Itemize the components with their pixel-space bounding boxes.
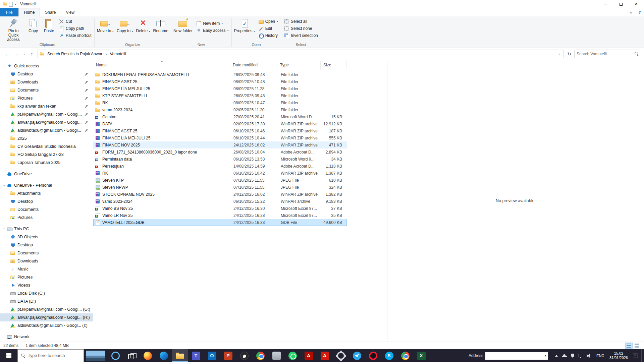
qat-customize-chevron[interactable]: ▾ [15,3,16,6]
cortana-icon[interactable] [107,349,123,362]
up-button[interactable]: ↑ [28,50,36,58]
address-field[interactable]: Search Results in Pajak Anwar›Vamotelli … [38,50,564,58]
address-toolbar-chevron[interactable]: ▾ [543,352,548,360]
column-header-type[interactable]: Type [277,61,321,69]
column-header-size[interactable]: Size [321,61,347,69]
file-row-finance-lia-mei-juli-25[interactable]: FINANCE LIA MEI JULI 2508/09/2025 11.28F… [93,85,347,92]
sidebar-item-network[interactable]: Network [0,333,93,341]
recent-locations-chevron[interactable]: ▾ [21,50,27,58]
teams-icon[interactable] [188,349,204,362]
help-button[interactable]: ? [635,8,644,16]
sidebar-item-anwar-pajak-gmail-com-googl-h[interactable]: anwar.pajak@gmail.com - Googl... (H:) [0,313,93,321]
back-button[interactable]: ← [3,50,11,58]
sidebar-item-aldiswbtax6-gmail-com-googl-i[interactable]: aldiswbtax6@gmail.com - Googl... (I:) [0,321,93,329]
breadcrumb-segment-search-results-in-pajak-anwar[interactable]: Search Results in Pajak Anwar [45,50,105,58]
address-toolbar-input[interactable] [485,353,543,358]
excel-icon[interactable] [413,349,429,362]
display-tray-icon[interactable] [578,353,584,359]
explorer-search-box[interactable] [574,50,641,58]
taskbar-clock[interactable]: 15.02 31/01/2026 [608,351,629,360]
properties-button[interactable]: Properties ▾ [233,17,256,34]
sidebar-item-pt-kkpanwar-gmail-com-googl[interactable]: pt.kkpanwar@gmail.com - Googl... [0,110,93,118]
hidden-icons-chevron[interactable] [553,353,559,359]
easy-access-button[interactable]: Easy access▾ [194,27,230,34]
generic-app-icon[interactable] [268,349,284,362]
paste-shortcut-button[interactable]: Paste shortcut [57,32,93,39]
quick-access-toolbar-icon[interactable] [8,1,13,7]
copy-to-button[interactable]: Copy to ▾ [115,17,135,34]
file-row-finance-lia-mei-juli-25[interactable]: FINANCE LIA MEI-JULI 2506/10/2025 10.44W… [93,134,347,141]
select-all-button[interactable]: Select all [282,18,320,25]
paste-button[interactable]: Paste [41,17,57,33]
address-toolbar[interactable]: ▾ [485,352,548,360]
sidebar-item-documents[interactable]: Documents [0,205,93,214]
sidebar-item-music[interactable]: Music [0,265,93,273]
new-folder-button[interactable]: New folder [172,17,194,33]
expander-icon[interactable]: › [2,227,6,231]
sidebar-item-3d-objects[interactable]: 3D Objects [0,233,93,241]
details-view-button[interactable] [625,343,633,349]
cut-button[interactable]: Cut [57,18,93,25]
skype-icon[interactable] [381,349,397,362]
delete-button[interactable]: Delete ▾ [135,17,151,34]
opera-icon[interactable] [365,349,381,362]
file-row-vamotelli-2025-gdb[interactable]: VAMOTELLI 2025.GDB24/12/2025 16.33GDB Fi… [93,219,347,226]
sidebar-item-quick-access[interactable]: ›Quick access [0,62,93,70]
sidebar-item-documents[interactable]: Documents [0,249,93,257]
tab-share[interactable]: Share [40,8,61,16]
sidebar-item-aldiswbtax6-gmail-com-googl[interactable]: aldiswbtax6@gmail.com - Googl... [0,126,93,134]
sidebar-item-cv-greavitasi-studio-indonesia[interactable]: CV Greavitasi Studio Indonesia [0,142,93,150]
tab-view[interactable]: View [61,8,79,16]
minimize-button[interactable] [598,0,613,8]
tab-file[interactable]: File [0,8,18,16]
show-desktop-button[interactable] [641,349,643,362]
file-explorer-icon[interactable] [172,349,188,362]
chrome-profile-icon[interactable] [397,349,413,362]
sidebar-item-data-d[interactable]: DATA (D:) [0,297,93,305]
file-row-rk[interactable]: RK06/10/2025 10.42WinRAR ZIP archive1.38… [93,170,347,177]
sidebar-item-this-pc[interactable]: ›This PC [0,225,93,233]
expander-icon[interactable]: › [2,64,6,68]
volume-tray-icon[interactable] [586,353,592,359]
maximize-button[interactable] [613,0,629,8]
firefox-icon[interactable] [140,349,156,362]
sidebar-item-downloads[interactable]: Downloads [0,78,93,86]
file-row-data[interactable]: DATA02/09/2025 17.30WinRAR ZIP archive12… [93,120,347,127]
file-row-steven-npwp[interactable]: Steven NPWP07/10/2025 11.55JPEG File324 … [93,184,347,191]
file-row-finance-agst-25[interactable]: FINANCE AGST 2508/09/2025 10.48File fold… [93,78,347,85]
chrome-icon[interactable] [252,349,268,362]
sidebar-item-videos[interactable]: Videos [0,281,93,289]
file-row-finance-agst-25[interactable]: FINANCE AGST 2506/10/2025 10.46WinRAR ZI… [93,127,347,134]
file-row-vamo-2023-2024[interactable]: vamo 2023-202402/05/2025 11.20File folde… [93,106,347,113]
thumbnails-view-button[interactable] [633,343,641,349]
refresh-button[interactable]: ↻ [565,50,574,58]
file-row-dokumen-legal-perusahaan-vamotelli[interactable]: DOKUMEN LEGAL PERUSAHAAN VAMOTELLI26/08/… [93,71,347,78]
settings-icon[interactable] [333,349,349,362]
close-button[interactable]: × [629,0,644,8]
file-row-stock-opname-nov-2025[interactable]: STOCK OPNAME NOV 202524/12/2025 16.02Win… [93,191,347,198]
sidebar-item-local-disk-c[interactable]: Local Disk (C:) [0,289,93,297]
file-row-finance-nov-2025[interactable]: FINANCE NOV 202524/12/2025 16.02WinRAR Z… [93,141,347,148]
address-dropdown-chevron[interactable]: ▾ [556,53,563,56]
sidebar-item-documents[interactable]: Documents [0,86,93,94]
copy-button[interactable]: Copy [25,17,41,33]
task-view-icon[interactable] [123,349,140,362]
pin-to-quick-access-button[interactable]: Pin to Quick access [2,17,25,42]
powerpoint-icon[interactable] [220,349,236,362]
copy-path-button[interactable]: Copy path [57,25,93,32]
sidebar-item-kkp-anwar-dan-rekan[interactable]: kkp anwar dan rekan [0,102,93,110]
invert-selection-button[interactable]: Invert selection [282,32,320,39]
file-row-rk[interactable]: RK08/09/2025 10.47File folder [93,99,347,106]
file-row-vamo-lr-nov-25[interactable]: Vamo LR Nov 2524/12/2025 16.28Microsoft … [93,212,347,219]
file-row-persetujuan[interactable]: Persetujuan14/08/2025 14.59Adobe Acrobat… [93,163,347,170]
sidebar-item-pictures[interactable]: Pictures [0,273,93,281]
security-tray-icon[interactable] [570,353,576,359]
whatsapp-icon[interactable] [284,349,301,362]
sidebar-item-onedrive[interactable]: OneDrive [0,170,93,178]
sidebar-item-desktop[interactable]: Desktop [0,241,93,249]
sidebar-item-pictures[interactable]: Pictures [0,214,93,222]
explorer-search-input[interactable] [577,52,633,56]
forward-button[interactable]: → [12,50,21,58]
rename-button[interactable]: Rename [152,17,170,33]
file-row-form-1771-624138608036000-2023-0-lapor-don[interactable]: FORM_1771_624138608036000_2023_0 lapor d… [93,148,347,156]
